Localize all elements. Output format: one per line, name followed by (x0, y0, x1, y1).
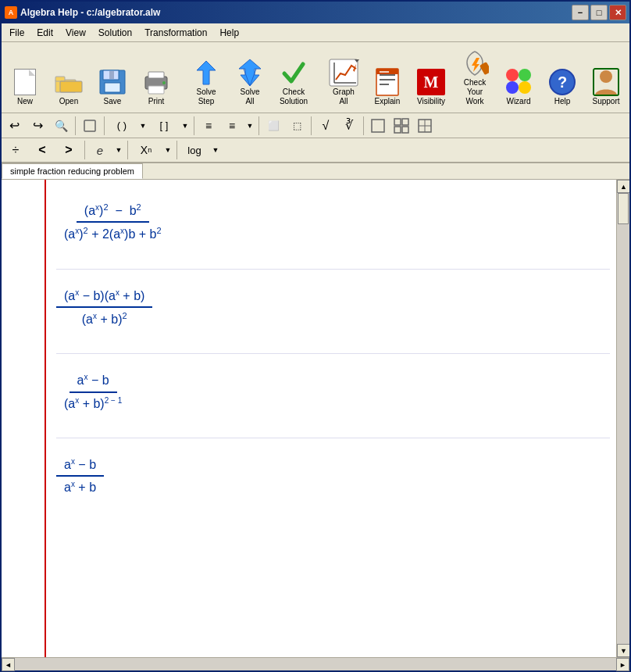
fmt-sep-4 (258, 116, 259, 135)
math-step-4: ax − b ax + b (56, 454, 610, 499)
open-button[interactable]: Open (48, 64, 89, 109)
less-button[interactable]: < (30, 140, 55, 160)
cut-button[interactable] (79, 116, 101, 136)
explain-icon (372, 67, 403, 97)
close-button[interactable]: ✕ (609, 5, 626, 20)
check-solution-label: CheckSolution (280, 88, 308, 106)
scroll-thumb[interactable] (618, 193, 629, 224)
fraction-1-numerator: (ax)2 − b2 (77, 199, 149, 223)
wizard-label: Wizard (506, 97, 530, 106)
fraction-2-denominator: (ax + b)2 (74, 308, 135, 330)
box3-button[interactable] (414, 116, 436, 136)
subscript-button[interactable]: Xn (131, 140, 161, 160)
minimize-button[interactable]: − (572, 5, 589, 20)
scroll-track[interactable] (617, 193, 629, 644)
print-button[interactable]: Print (136, 64, 176, 109)
solve-step-label: SolveStep (196, 88, 216, 106)
log-button[interactable]: log (180, 140, 209, 160)
svg-point-25 (506, 69, 519, 81)
fmt-sep-5 (311, 116, 312, 135)
matrix1-button[interactable]: ⬜ (262, 116, 284, 136)
box1-button[interactable] (367, 116, 389, 136)
menu-view[interactable]: View (59, 23, 92, 41)
fraction-1-denominator: (ax)2 + 2(ax)b + b2 (56, 223, 169, 245)
support-icon (590, 67, 622, 97)
bracket-round-button[interactable]: ( ) (108, 116, 136, 136)
wizard-button[interactable]: Wizard (498, 64, 539, 109)
scroll-up-button[interactable]: ▲ (617, 180, 629, 193)
wizard-icon (503, 67, 534, 97)
help-icon: ? (547, 67, 578, 97)
tab-fraction-problem[interactable]: simple fraction reducing problem (2, 163, 143, 179)
menu-file[interactable]: File (3, 23, 30, 41)
bracket-square-button[interactable]: [ ] (150, 116, 178, 136)
solve-all-button[interactable]: Solve All (230, 55, 270, 109)
divide-button[interactable]: ÷ (3, 140, 28, 160)
math-content: (ax)2 − b2 (ax)2 + 2(ax)b + b2 (ax − b)(… (2, 180, 629, 657)
solve-all-icon (234, 58, 266, 88)
align-left-button[interactable]: ≡ (198, 116, 219, 136)
menu-solution[interactable]: Solution (92, 23, 138, 41)
radical2-button[interactable]: ∛ (338, 116, 360, 136)
svg-rect-9 (148, 86, 164, 94)
print-icon (141, 67, 172, 97)
graph-all-button[interactable]: Graph All (323, 55, 364, 109)
radical1-button[interactable]: √ (315, 116, 337, 136)
help-button[interactable]: ? Help (542, 64, 583, 109)
format-bar-2: ÷ < > e ▼ Xn ▼ log ▼ (2, 138, 629, 163)
zoom-button[interactable]: 🔍 (50, 116, 72, 136)
vertical-scrollbar: ▲ ▼ (616, 180, 629, 657)
check-solution-button[interactable]: CheckSolution (273, 55, 314, 109)
menu-bar: File Edit View Solution Transformation H… (2, 23, 629, 42)
subscript-dropdown[interactable]: ▼ (162, 140, 173, 160)
fmt2-sep-2 (127, 141, 128, 159)
fraction-2-numerator: (ax − b)(ax + b) (56, 285, 152, 308)
svg-point-29 (600, 70, 612, 83)
fraction-4: ax − b ax + b (56, 454, 104, 499)
box2-button[interactable] (390, 116, 412, 136)
visibility-button[interactable]: M Visibility (411, 64, 451, 109)
print-label: Print (148, 97, 165, 106)
solve-step-button[interactable]: SolveStep (186, 55, 226, 109)
main-window: A Algebra Help - c:/algebrator.alw − □ ✕… (0, 0, 631, 672)
maximize-button[interactable]: □ (590, 5, 608, 20)
greater-button[interactable]: > (56, 140, 81, 160)
svg-rect-6 (109, 71, 114, 79)
matrix2-button[interactable]: ⬚ (286, 116, 308, 136)
euler-dropdown[interactable]: ▼ (113, 140, 124, 160)
align-center-button[interactable]: ≡ (221, 116, 243, 136)
scroll-down-button[interactable]: ▼ (617, 644, 629, 657)
scroll-left-button[interactable]: ◄ (2, 658, 15, 671)
svg-rect-2 (60, 81, 82, 92)
bracket-dropdown[interactable]: ▼ (137, 116, 148, 136)
check-work-button[interactable]: CheckYour Work (455, 45, 495, 109)
menu-transformation[interactable]: Transformation (138, 23, 213, 41)
scroll-right-button[interactable]: ► (616, 658, 629, 671)
open-icon (53, 67, 84, 97)
explain-button[interactable]: Explain (367, 64, 408, 109)
explain-label: Explain (375, 97, 401, 106)
window-controls: − □ ✕ (572, 5, 626, 20)
bracket-sq-dropdown[interactable]: ▼ (180, 116, 191, 136)
divider-3 (56, 438, 610, 438)
red-margin-line (45, 180, 46, 657)
save-icon (97, 67, 128, 97)
divider-2 (56, 353, 610, 354)
window-title: Algebra Help - c:/algebrator.alw (20, 7, 160, 18)
align-dropdown[interactable]: ▼ (244, 116, 255, 136)
h-scroll-track[interactable] (15, 658, 616, 670)
undo-button[interactable]: ↩ (3, 116, 25, 136)
svg-marker-11 (197, 61, 216, 84)
save-button[interactable]: Save (92, 64, 133, 109)
menu-help[interactable]: Help (213, 23, 245, 41)
log-dropdown[interactable]: ▼ (210, 140, 221, 160)
fmt-sep-1 (75, 116, 76, 135)
check-work-label: CheckYour Work (460, 78, 490, 106)
open-label: Open (59, 97, 78, 106)
menu-edit[interactable]: Edit (30, 23, 59, 41)
new-button[interactable]: New (5, 64, 45, 109)
check-work-icon (459, 48, 490, 78)
support-button[interactable]: Support (586, 64, 626, 109)
euler-button[interactable]: e (88, 140, 112, 160)
redo-button[interactable]: ↪ (27, 116, 48, 136)
